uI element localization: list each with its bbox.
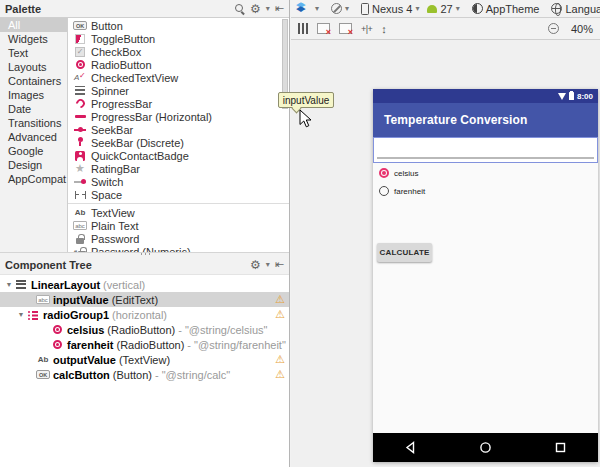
search-icon[interactable]	[234, 3, 245, 14]
theme-selector[interactable]: AppTheme	[470, 3, 542, 15]
widget-item-togglebutton[interactable]: ToggleButton	[68, 32, 289, 45]
tree-item-linearlayout[interactable]: ▼ LinearLayout (vertical)	[0, 277, 289, 292]
widget-item-button[interactable]: OK Button	[68, 19, 289, 32]
calculate-button[interactable]: CALCULATE	[377, 243, 432, 262]
togglebutton-widget-icon	[73, 32, 87, 45]
switch-widget-icon	[73, 175, 87, 188]
palette-category-list: All Widgets Text Layouts Containers Imag…	[0, 18, 68, 252]
orientation-selector[interactable]: ▾	[329, 3, 351, 14]
tree-item-name: celsius	[67, 324, 104, 336]
surface-mode-selector[interactable]: ◆◆ ▾	[295, 2, 321, 15]
radio-unchecked-icon[interactable]	[379, 186, 389, 196]
widget-item-password[interactable]: Password	[68, 232, 289, 245]
tree-item-outputvalue[interactable]: Ab outputValue (TextView) ⚠	[0, 352, 289, 367]
expand-icon[interactable]: ▼	[16, 311, 26, 318]
inputvalue-edittext[interactable]	[373, 137, 598, 163]
category-transitions[interactable]: Transitions	[0, 116, 67, 130]
tree-item-type: (Button)	[113, 369, 152, 381]
widget-item-switch[interactable]: Switch	[68, 175, 289, 188]
warning-icon[interactable]: ⚠	[275, 293, 285, 306]
tree-item-farenheit[interactable]: farenheit (RadioButton) - "@string/faren…	[0, 337, 289, 352]
tree-item-radiogroup1[interactable]: ▼ radioGroup1 (horizontal) ⚠	[0, 307, 289, 322]
category-containers[interactable]: Containers	[0, 74, 67, 88]
tree-item-name: LinearLayout	[31, 279, 100, 291]
person-badge-icon	[75, 151, 85, 161]
widget-item-checkbox[interactable]: ✓ CheckBox	[68, 45, 289, 58]
design-surface[interactable]: 8:00 Temperature Conversion celsius fare…	[291, 40, 600, 467]
category-appcompat[interactable]: AppCompat	[0, 172, 67, 186]
language-selector[interactable]: Language ▾	[549, 3, 600, 15]
widget-label: Button	[91, 20, 123, 32]
widget-label: Spinner	[91, 85, 129, 97]
celsius-radio-row[interactable]: celsius	[379, 168, 418, 178]
ab-icon: Ab	[75, 208, 86, 217]
radio-label: celsius	[394, 169, 418, 178]
warning-icon[interactable]: ⚠	[275, 308, 285, 321]
expand-icon[interactable]: ▼	[4, 281, 14, 288]
panel-splitter[interactable]	[0, 252, 289, 255]
widget-item-seekbar-discrete[interactable]: SeekBar (Discrete)	[68, 136, 289, 149]
chevron-down-icon: ▾	[345, 4, 349, 13]
widget-item-progressbar-horizontal[interactable]: ProgressBar (Horizontal)	[68, 110, 289, 123]
chevron-down-icon[interactable]: ▾	[266, 4, 270, 13]
warning-icon[interactable]: ⚠	[275, 353, 285, 366]
zoom-out-icon[interactable]	[548, 23, 559, 34]
gear-icon[interactable]: ⚙	[250, 3, 261, 15]
device-preview[interactable]: 8:00 Temperature Conversion celsius fare…	[373, 89, 598, 462]
dock-panel-icon[interactable]: ⇤	[275, 259, 284, 270]
abc-icon: abc	[73, 221, 87, 230]
category-all[interactable]: All	[0, 18, 67, 32]
category-images[interactable]: Images	[0, 88, 67, 102]
widget-item-textview[interactable]: Ab TextView	[68, 206, 289, 219]
tree-item-name: radioGroup1	[43, 309, 109, 321]
category-layouts[interactable]: Layouts	[0, 60, 67, 74]
radio-checked-icon[interactable]	[379, 168, 389, 178]
widget-label: ProgressBar (Horizontal)	[91, 111, 212, 123]
widget-item-radiobutton[interactable]: RadioButton	[68, 58, 289, 71]
status-bar: 8:00	[373, 89, 598, 103]
widget-item-plaintext[interactable]: abc Plain Text	[68, 219, 289, 232]
mouse-cursor-icon	[299, 109, 313, 128]
hide-warnings-icon[interactable]	[317, 23, 330, 34]
tree-item-type: (RadioButton)	[116, 339, 184, 351]
category-widgets[interactable]: Widgets	[0, 32, 67, 46]
widget-item-spinner[interactable]: Spinner	[68, 84, 289, 97]
warning-icon[interactable]: ⚠	[275, 368, 285, 381]
widget-item-password-numeric[interactable]: # Password (Numeric)	[68, 245, 289, 252]
category-design[interactable]: Design	[0, 158, 67, 172]
recents-icon[interactable]	[554, 441, 567, 454]
horizontal-spacing-icon[interactable]: +|+	[361, 24, 372, 34]
widget-item-space[interactable]: Space	[68, 188, 289, 201]
android-nav-bar	[373, 433, 598, 462]
chevron-down-icon[interactable]: ▾	[266, 260, 270, 269]
vertical-resize-icon[interactable]: ↕	[381, 23, 387, 35]
farenheit-radio-row[interactable]: farenheit	[379, 186, 425, 196]
tree-item-celsius[interactable]: celsius (RadioButton) - "@string/celsius…	[0, 322, 289, 337]
category-google[interactable]: Google	[0, 144, 67, 158]
category-advanced[interactable]: Advanced	[0, 130, 67, 144]
chevron-down-icon: ▾	[415, 4, 419, 13]
widget-item-progressbar[interactable]: ProgressBar	[68, 97, 289, 110]
home-icon[interactable]	[479, 441, 492, 454]
space-icon	[75, 191, 86, 199]
widget-label: CheckBox	[91, 46, 141, 58]
tree-item-calcbutton[interactable]: OK calcButton (Button) - "@string/calc" …	[0, 367, 289, 382]
category-date[interactable]: Date	[0, 102, 67, 116]
gear-icon[interactable]: ⚙	[250, 259, 261, 271]
hide-errors-icon[interactable]	[339, 23, 352, 34]
layout-variants-icon[interactable]	[298, 23, 308, 34]
widget-item-seekbar[interactable]: SeekBar	[68, 123, 289, 136]
category-text[interactable]: Text	[0, 46, 67, 60]
widget-item-checkedtextview[interactable]: A✓ CheckedTextView	[68, 71, 289, 84]
widget-item-quickcontactbadge[interactable]: QuickContactBadge	[68, 149, 289, 162]
api-level-selector[interactable]: 27 ▾	[425, 3, 461, 15]
back-icon[interactable]	[404, 441, 417, 454]
space-widget-icon	[73, 188, 87, 201]
device-selector[interactable]: Nexus 4 ▾	[359, 3, 421, 15]
tree-item-inputvalue[interactable]: abc inputValue (EditText) ⚠	[0, 292, 289, 307]
clock-text: 8:00	[577, 92, 593, 101]
widget-item-ratingbar[interactable]: ★ RatingBar	[68, 162, 289, 175]
lines-icon	[75, 86, 85, 95]
dock-panel-icon[interactable]: ⇤	[275, 3, 284, 14]
radiogroup-icon	[26, 309, 40, 321]
